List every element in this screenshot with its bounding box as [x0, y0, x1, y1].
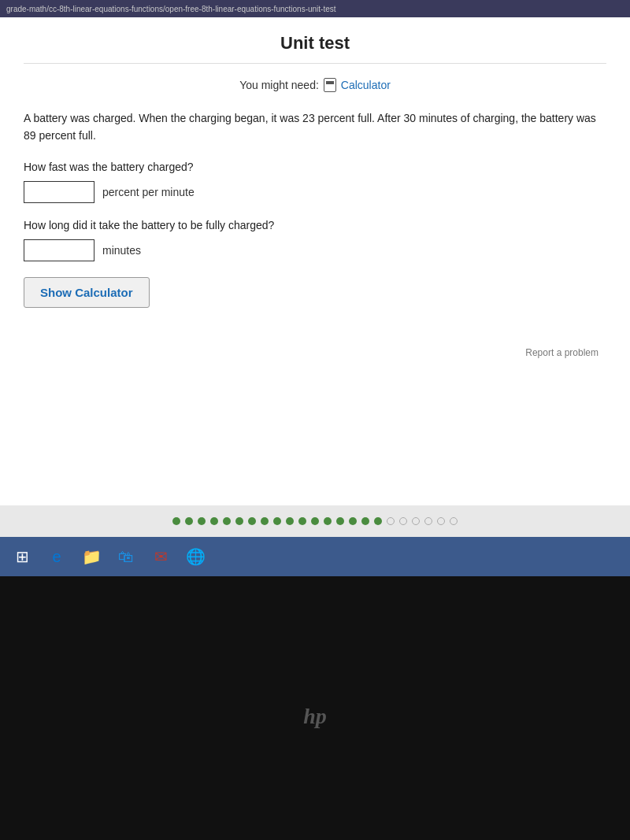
- calculator-icon: [324, 78, 336, 92]
- you-might-need-row: You might need: Calculator: [24, 78, 606, 92]
- show-calculator-button[interactable]: Show Calculator: [24, 277, 150, 308]
- progress-dot-filled[interactable]: [185, 517, 193, 525]
- progress-dot-filled[interactable]: [210, 517, 218, 525]
- progress-dot-empty[interactable]: [424, 517, 432, 525]
- progress-dot-filled[interactable]: [273, 517, 281, 525]
- edge-icon[interactable]: e: [43, 542, 71, 571]
- progress-dot-filled[interactable]: [336, 517, 344, 525]
- progress-dot-empty[interactable]: [437, 517, 445, 525]
- store-icon[interactable]: 🛍: [112, 542, 140, 571]
- problem-text: A battery was charged. When the charging…: [24, 109, 606, 145]
- progress-dot-empty[interactable]: [399, 517, 407, 525]
- progress-dot-filled[interactable]: [374, 517, 382, 525]
- url-bar: grade-math/cc-8th-linear-equations-funct…: [0, 0, 630, 17]
- answer-input-1[interactable]: [24, 181, 94, 203]
- progress-dot-filled[interactable]: [198, 517, 206, 525]
- taskbar: ⊞e📁🛍✉🌐: [0, 537, 630, 576]
- progress-dot-empty[interactable]: [387, 517, 395, 525]
- progress-dot-filled[interactable]: [298, 517, 306, 525]
- input1-row: percent per minute: [24, 181, 606, 203]
- progress-dot-filled[interactable]: [261, 517, 269, 525]
- mail-icon[interactable]: ✉: [146, 542, 175, 571]
- folder-icon[interactable]: 📁: [77, 542, 106, 571]
- progress-dot-filled[interactable]: [361, 517, 369, 525]
- progress-dot-empty[interactable]: [412, 517, 420, 525]
- progress-dot-filled[interactable]: [235, 517, 243, 525]
- chrome-icon[interactable]: 🌐: [181, 542, 209, 571]
- progress-dot-filled[interactable]: [248, 517, 256, 525]
- progress-dot-empty[interactable]: [450, 517, 458, 525]
- question2-label: How long did it take the battery to be f…: [24, 219, 606, 231]
- report-problem-link[interactable]: Report a problem: [24, 347, 606, 358]
- windows-icon[interactable]: ⊞: [8, 542, 36, 571]
- progress-dot-filled[interactable]: [286, 517, 294, 525]
- bezel-bottom: hp: [0, 576, 630, 840]
- input1-suffix: percent per minute: [102, 186, 195, 198]
- hp-logo: hp: [303, 704, 327, 729]
- progress-dot-filled[interactable]: [349, 517, 357, 525]
- input2-row: minutes: [24, 239, 606, 261]
- page-title: Unit test: [24, 33, 606, 64]
- progress-dot-filled[interactable]: [311, 517, 319, 525]
- input2-suffix: minutes: [102, 244, 141, 257]
- page-container: Unit test You might need: Calculator A b…: [0, 17, 630, 505]
- progress-dots-area: [0, 505, 630, 537]
- answer-input-2[interactable]: [24, 239, 94, 261]
- url-text: grade-math/cc-8th-linear-equations-funct…: [6, 5, 336, 13]
- question1-label: How fast was the battery charged?: [24, 161, 606, 173]
- you-might-need-label: You might need:: [239, 79, 319, 91]
- progress-dot-filled[interactable]: [223, 517, 231, 525]
- calculator-link[interactable]: Calculator: [341, 79, 391, 91]
- progress-dot-filled[interactable]: [172, 517, 180, 525]
- page-inner: Unit test You might need: Calculator A b…: [0, 17, 630, 505]
- progress-dot-filled[interactable]: [324, 517, 332, 525]
